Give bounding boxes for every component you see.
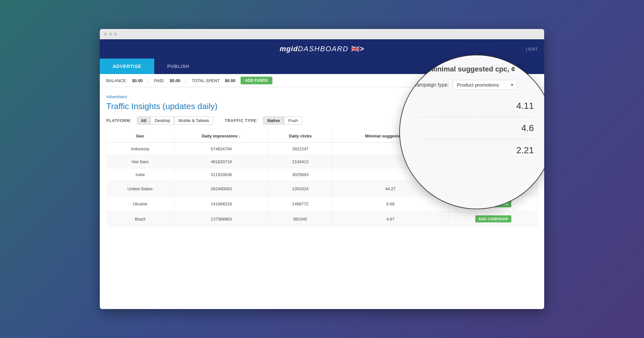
- cpc-values: 4.11 4.6 2.21: [413, 98, 540, 161]
- cell-impressions: 262490063: [174, 181, 269, 196]
- cell-impressions: 674824794: [174, 143, 269, 155]
- campaign-type-row: Campaign type: Product promotions: [413, 80, 540, 90]
- traffic-filter-group: Native Push: [263, 117, 302, 125]
- campaign-type-select[interactable]: Product promotions: [453, 80, 517, 90]
- cell-clicks: 2104413: [269, 155, 332, 168]
- cell-geo: United States: [106, 181, 174, 196]
- campaign-type-label: Campaign type:: [413, 82, 449, 88]
- add-campaign-button[interactable]: ADD CAMPAIGN: [475, 215, 511, 222]
- add-funds-button[interactable]: ADD FUNDS: [241, 77, 272, 84]
- cell-impressions: 311933838: [174, 168, 269, 181]
- platform-label: PLATFORM:: [106, 118, 132, 123]
- breadcrumb-link[interactable]: Advertisers: [106, 94, 127, 99]
- cell-geo: India: [106, 168, 174, 181]
- cell-clicks: 861042: [269, 211, 332, 227]
- cell-geo: Ukraine: [106, 196, 174, 211]
- paid-value: $0.00: [170, 78, 180, 83]
- tab-advertise[interactable]: ADVERTISE: [100, 59, 154, 74]
- app-logo: mgidDASHBOARD 🇬🇧>: [280, 45, 365, 53]
- cell-clicks: 3025693: [269, 168, 332, 181]
- browser-titlebar: [100, 29, 544, 39]
- total-spent-label: TOTAL SPENT: [192, 78, 220, 83]
- cell-clicks: 1353324: [269, 181, 332, 196]
- table-row: Brazil 137388963 861042 4.67 ADD CAMPAIG…: [106, 211, 538, 227]
- browser-dot-2: [109, 33, 112, 36]
- cell-clicks: 3922247: [269, 143, 332, 155]
- cell-impressions: 141868218: [174, 196, 269, 211]
- cell-cpc: 6.68: [332, 196, 449, 211]
- platform-btn-desktop[interactable]: Desktop: [150, 117, 174, 125]
- paid-label: PAID:: [154, 78, 165, 83]
- traffic-btn-push[interactable]: Push: [284, 117, 302, 125]
- total-spent-value: $0.00: [225, 78, 235, 83]
- browser-dot-1: [104, 33, 107, 36]
- traffic-btn-native[interactable]: Native: [263, 117, 284, 125]
- cell-geo: Indonesia: [106, 143, 174, 155]
- cpc-value-2: 4.6: [419, 117, 534, 139]
- cpc-value-1: 4.11: [419, 98, 534, 117]
- platform-btn-all[interactable]: All: [137, 117, 151, 125]
- col-geo: Geo: [106, 130, 174, 143]
- browser-dot-3: [114, 33, 117, 36]
- platform-filter-group: All Desktop Mobile & Tablets: [137, 117, 213, 125]
- header-links: | EXIT: [526, 47, 538, 52]
- cell-geo: Viet Nam: [106, 155, 174, 168]
- cell-clicks: 1488772: [269, 196, 332, 211]
- cell-action: ADD CAMPAIGN: [449, 211, 538, 227]
- cell-impressions: 481833719: [174, 155, 269, 168]
- campaign-type-select-wrapper[interactable]: Product promotions: [453, 80, 517, 90]
- col-clicks: Daily clicks: [269, 130, 332, 143]
- balance-label: BALANCE:: [106, 78, 127, 83]
- balance-value: $0.00: [132, 78, 143, 83]
- tab-publish[interactable]: PUBLISH: [154, 59, 202, 74]
- col-impressions: Daily impressions ↓: [174, 130, 269, 143]
- traffic-label: TRAFFIC TYPE:: [225, 118, 258, 123]
- cell-cpc: 4.67: [332, 211, 449, 227]
- platform-btn-mobile[interactable]: Mobile & Tablets: [174, 117, 213, 125]
- cell-impressions: 137388963: [174, 211, 269, 227]
- cell-geo: Brazil: [106, 211, 174, 227]
- cpc-value-3: 2.21: [419, 139, 534, 161]
- browser-window: mgidDASHBOARD 🇬🇧> | EXIT ADVERTISE PUBLI…: [100, 29, 544, 309]
